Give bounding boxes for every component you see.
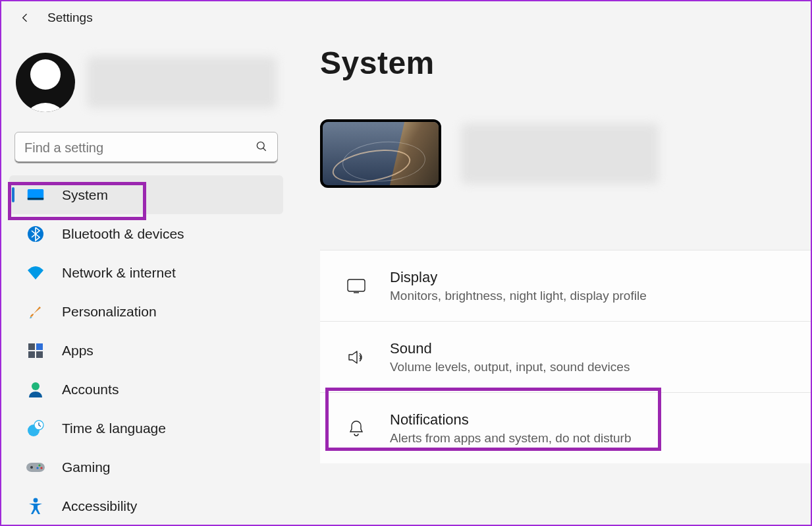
bell-icon <box>346 420 366 437</box>
svg-point-16 <box>34 498 38 502</box>
sidebar-item-label: Personalization <box>62 304 157 320</box>
apps-icon <box>26 341 45 360</box>
sidebar-item-time-language[interactable]: Time & language <box>9 409 283 448</box>
settings-card-display[interactable]: Display Monitors, brightness, night ligh… <box>320 250 811 321</box>
svg-rect-6 <box>28 351 35 358</box>
profile-name-blurred <box>87 57 277 108</box>
sidebar-item-label: System <box>62 187 108 203</box>
sidebar: System Bluetooth & devices Network & int… <box>1 33 291 526</box>
svg-point-15 <box>36 467 38 469</box>
wifi-icon <box>26 264 45 282</box>
svg-point-12 <box>30 466 33 469</box>
person-icon <box>26 380 45 399</box>
card-desc: Monitors, brightness, night light, displ… <box>390 289 647 303</box>
back-button[interactable] <box>18 11 32 24</box>
speaker-icon <box>346 349 366 365</box>
sidebar-item-accounts[interactable]: Accounts <box>9 370 283 409</box>
svg-point-13 <box>38 464 40 466</box>
svg-point-0 <box>257 142 264 149</box>
search-icon <box>255 140 268 156</box>
sidebar-item-network[interactable]: Network & internet <box>9 253 283 292</box>
card-title: Notifications <box>390 411 631 428</box>
svg-point-14 <box>40 467 42 469</box>
svg-rect-7 <box>36 351 43 358</box>
sidebar-item-label: Accounts <box>62 382 119 397</box>
sidebar-item-system[interactable]: System <box>9 175 283 214</box>
sidebar-item-gaming[interactable]: Gaming <box>9 448 283 486</box>
card-title: Display <box>390 269 647 286</box>
settings-card-notifications[interactable]: Notifications Alerts from apps and syste… <box>320 392 811 463</box>
avatar <box>16 53 75 112</box>
sidebar-item-label: Accessibility <box>62 498 137 514</box>
brush-icon <box>26 303 45 321</box>
bluetooth-icon <box>26 225 45 243</box>
monitor-icon <box>26 186 45 204</box>
svg-point-8 <box>32 382 40 390</box>
sidebar-item-bluetooth[interactable]: Bluetooth & devices <box>9 214 283 253</box>
profile-block[interactable] <box>1 45 291 129</box>
main-content: System Display Monitors, brightness, nig… <box>291 33 811 526</box>
nav: System Bluetooth & devices Network & int… <box>1 175 291 526</box>
sidebar-item-apps[interactable]: Apps <box>9 331 283 370</box>
card-desc: Volume levels, output, input, sound devi… <box>390 360 630 374</box>
sidebar-item-label: Network & internet <box>62 265 176 281</box>
device-name-blurred <box>461 123 659 184</box>
card-title: Sound <box>390 340 630 357</box>
device-summary[interactable] <box>320 119 811 188</box>
desktop-preview <box>320 119 441 188</box>
sidebar-item-accessibility[interactable]: Accessibility <box>9 486 283 525</box>
svg-rect-4 <box>28 343 35 350</box>
svg-rect-2 <box>28 198 43 200</box>
settings-card-sound[interactable]: Sound Volume levels, output, input, soun… <box>320 321 811 392</box>
sidebar-item-label: Time & language <box>62 421 166 436</box>
sidebar-item-label: Apps <box>62 343 94 359</box>
gamepad-icon <box>26 458 45 477</box>
search-field[interactable] <box>24 140 255 156</box>
sidebar-item-personalization[interactable]: Personalization <box>9 292 283 331</box>
sidebar-item-label: Gaming <box>62 459 111 475</box>
page-title: System <box>320 45 811 81</box>
clock-globe-icon <box>26 419 45 438</box>
svg-rect-5 <box>36 343 43 350</box>
accessibility-icon <box>26 497 45 515</box>
sidebar-item-label: Bluetooth & devices <box>62 226 184 242</box>
svg-rect-17 <box>348 279 365 291</box>
app-title: Settings <box>47 11 93 25</box>
display-icon <box>346 279 366 293</box>
card-desc: Alerts from apps and system, do not dist… <box>390 431 631 446</box>
search-input[interactable] <box>14 132 278 163</box>
